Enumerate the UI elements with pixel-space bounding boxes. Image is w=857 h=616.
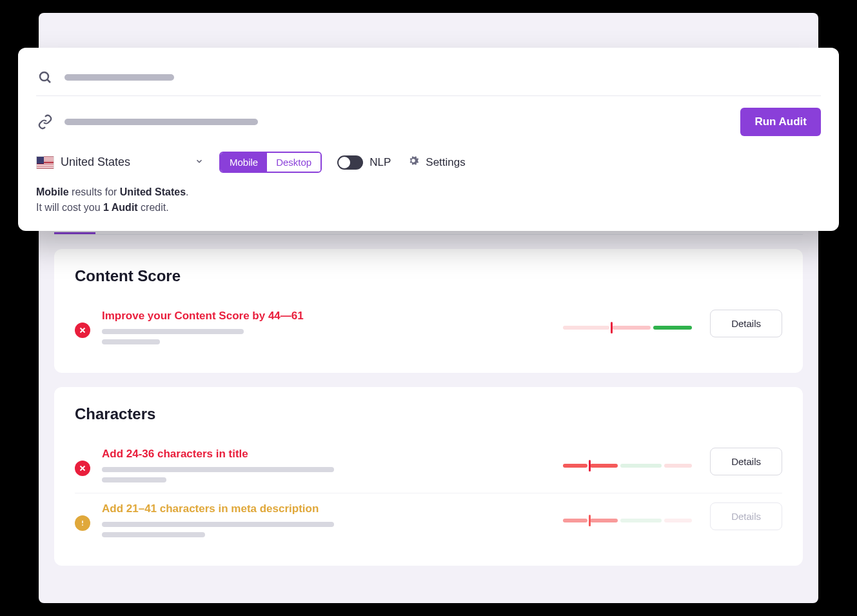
app-window: Run Audit United States Mobile Desktop N… — [39, 13, 818, 603]
country-select[interactable]: United States — [36, 155, 204, 169]
country-label: United States — [61, 155, 130, 169]
issue-row: Add 24-36 characters in title Details — [75, 439, 782, 493]
score-meter — [563, 310, 698, 346]
issue-description-placeholder — [102, 467, 551, 482]
nlp-label: NLP — [369, 156, 391, 169]
run-audit-button[interactable]: Run Audit — [740, 108, 821, 136]
settings-link[interactable]: Settings — [406, 154, 465, 171]
issue-title: Improve your Content Score by 44—61 — [102, 310, 551, 323]
device-desktop-button[interactable]: Desktop — [267, 153, 320, 172]
warning-icon — [75, 515, 90, 531]
url-input-placeholder[interactable] — [64, 119, 258, 125]
score-meter — [563, 502, 698, 539]
flag-us-icon — [36, 156, 54, 169]
panel-title: Characters — [75, 405, 782, 423]
score-meter — [563, 448, 698, 484]
error-icon — [75, 323, 90, 338]
issue-text: Add 24-36 characters in title — [102, 448, 551, 482]
issue-row: Add 21–41 characters in meta description… — [75, 493, 782, 548]
details-button[interactable]: Details — [710, 448, 782, 475]
link-icon — [36, 113, 54, 131]
svg-rect-9 — [82, 521, 83, 524]
details-button[interactable]: Details — [710, 310, 782, 337]
content-score-panel: Content Score Improve your Content Score… — [54, 249, 803, 373]
device-toggle: Mobile Desktop — [219, 152, 322, 173]
details-button[interactable]: Details — [710, 502, 782, 530]
svg-point-8 — [82, 524, 83, 526]
url-input-row: Run Audit — [36, 103, 821, 141]
device-mobile-button[interactable]: Mobile — [221, 153, 267, 172]
settings-label: Settings — [426, 156, 465, 169]
audit-info-text: Mobile results for United States. It wil… — [36, 184, 821, 215]
issue-text: Improve your Content Score by 44—61 — [102, 310, 551, 344]
gear-icon — [406, 154, 420, 171]
issue-title: Add 24-36 characters in title — [102, 448, 551, 461]
audit-toolbar: United States Mobile Desktop NLP Setting… — [36, 152, 821, 173]
characters-panel: Characters Add 24-36 characters in title — [54, 387, 803, 566]
nlp-toggle[interactable]: NLP — [337, 155, 391, 170]
issue-description-placeholder — [102, 329, 551, 344]
svg-line-1 — [48, 80, 51, 83]
issue-description-placeholder — [102, 522, 551, 537]
issue-text: Add 21–41 characters in meta description — [102, 502, 551, 537]
audit-input-card: Run Audit United States Mobile Desktop N… — [18, 48, 839, 231]
chevron-down-icon — [195, 155, 204, 169]
keyword-input-row — [36, 63, 821, 96]
svg-point-0 — [40, 72, 48, 81]
error-icon — [75, 461, 90, 476]
issue-title: Add 21–41 characters in meta description — [102, 502, 551, 515]
keyword-input-placeholder[interactable] — [64, 74, 174, 81]
issue-row: Improve your Content Score by 44—61 Deta… — [75, 301, 782, 355]
search-icon — [36, 68, 54, 86]
panel-title: Content Score — [75, 267, 782, 285]
toggle-switch-icon[interactable] — [337, 155, 363, 170]
